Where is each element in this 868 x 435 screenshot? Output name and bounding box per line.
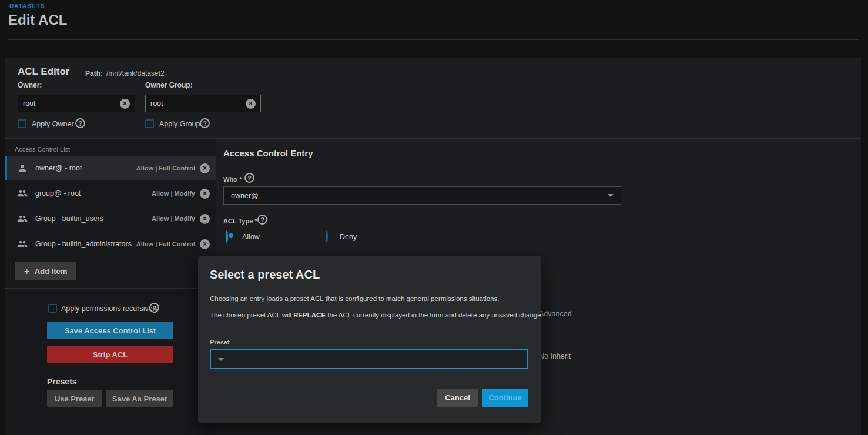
- acl-item-perms: Allow | Full Control: [136, 240, 195, 247]
- add-item-button[interactable]: + Add Item: [15, 262, 76, 280]
- dataset-path: Path:/mnt/tank/dataset2: [85, 69, 165, 78]
- acl-list-item[interactable]: Group - builtin_administrators Allow | F…: [5, 232, 216, 256]
- acl-list-item[interactable]: owner@ - root Allow | Full Control ×: [5, 156, 216, 180]
- list-actions-divider: [5, 288, 216, 289]
- allow-radio-label: Allow: [242, 233, 260, 241]
- save-as-preset-button[interactable]: Save As Preset: [106, 390, 173, 407]
- apply-group-help-icon[interactable]: ?: [200, 118, 210, 128]
- apply-recursively-help-icon[interactable]: ?: [149, 303, 159, 313]
- owner-group-label: Owner Group:: [145, 81, 193, 89]
- acl-type-label: ACL Type *: [223, 218, 257, 225]
- owner-clear-icon[interactable]: ×: [120, 99, 130, 109]
- owner-field-wrap: ×: [18, 95, 135, 112]
- plus-icon: +: [24, 266, 30, 277]
- chevron-down-icon: [218, 358, 224, 361]
- chevron-down-icon: [608, 194, 614, 197]
- use-preset-button[interactable]: Use Preset: [47, 390, 102, 407]
- owner-group-input[interactable]: [150, 99, 246, 108]
- who-help-icon[interactable]: ?: [244, 173, 254, 183]
- acl-item-perms: Allow | Modify: [152, 215, 195, 222]
- acl-item-perms: Allow | Modify: [152, 190, 195, 197]
- who-label: Who *: [223, 176, 242, 183]
- apply-owner-checkbox[interactable]: [18, 119, 26, 128]
- allow-radio[interactable]: [226, 230, 228, 243]
- acl-item-name: owner@ - root: [35, 164, 136, 172]
- delete-item-icon[interactable]: ×: [200, 189, 210, 199]
- acl-item-perms: Allow | Full Control: [136, 165, 195, 172]
- who-select[interactable]: owner@: [223, 186, 621, 205]
- owner-group-field-wrap: ×: [145, 95, 261, 112]
- presets-title: Presets: [47, 377, 77, 386]
- acl-type-help-icon[interactable]: ?: [257, 215, 267, 225]
- delete-item-icon[interactable]: ×: [200, 239, 210, 249]
- path-value: /mnt/tank/dataset2: [106, 69, 165, 78]
- acl-list-title: Access Control List: [15, 146, 70, 153]
- preset-select[interactable]: [210, 349, 528, 369]
- no-inherit-label: No Inherit: [539, 352, 571, 360]
- header-divider: [8, 39, 859, 40]
- strip-acl-button[interactable]: Strip ACL: [47, 346, 173, 363]
- acl-item-name: Group - builtin_administrators: [35, 240, 136, 248]
- apply-owner-label: Apply Owner: [32, 120, 74, 128]
- delete-item-icon[interactable]: ×: [200, 214, 210, 224]
- deny-radio[interactable]: [326, 230, 328, 243]
- save-acl-button[interactable]: Save Access Control List: [47, 322, 173, 339]
- page-title: Edit ACL: [8, 12, 67, 28]
- select-preset-acl-dialog: Select a preset ACL Choosing an entry lo…: [198, 256, 541, 423]
- cancel-button[interactable]: Cancel: [437, 389, 478, 407]
- acl-editor-title: ACL Editor: [18, 66, 69, 78]
- person-icon: [17, 163, 28, 173]
- delete-item-icon[interactable]: ×: [200, 163, 210, 173]
- owner-input[interactable]: [23, 99, 120, 108]
- breadcrumb-datasets-link[interactable]: DATASETS: [9, 3, 45, 9]
- apply-recursively-checkbox[interactable]: [48, 304, 57, 313]
- access-control-list-panel: Access Control List owner@ - root Allow …: [5, 139, 216, 435]
- path-label: Path:: [85, 69, 103, 78]
- who-select-value: owner@: [231, 192, 608, 200]
- advanced-label: Advanced: [539, 310, 572, 318]
- group-icon: [17, 239, 28, 249]
- ace-title: Access Control Entry: [223, 148, 313, 158]
- acl-list-item[interactable]: Group - builtin_users Allow | Modify ×: [5, 207, 216, 230]
- group-icon: [17, 213, 28, 224]
- preset-label: Preset: [210, 339, 230, 346]
- dialog-body-line2: The chosen preset ACL will REPLACE the A…: [210, 312, 541, 319]
- owner-group-clear-icon[interactable]: ×: [246, 99, 256, 109]
- continue-button[interactable]: Continue: [482, 389, 528, 407]
- dialog-body-line1: Choosing an entry loads a preset ACL tha…: [210, 295, 499, 302]
- apply-group-label: Apply Group: [159, 120, 200, 128]
- acl-list-item[interactable]: group@ - root Allow | Modify ×: [5, 182, 216, 205]
- dialog-title: Select a preset ACL: [210, 268, 320, 282]
- acl-item-name: group@ - root: [35, 189, 152, 198]
- owner-label: Owner:: [18, 81, 42, 89]
- acl-item-name: Group - builtin_users: [35, 215, 152, 223]
- apply-group-checkbox[interactable]: [145, 119, 154, 128]
- group-icon: [17, 188, 28, 199]
- apply-owner-help-icon[interactable]: ?: [75, 118, 85, 128]
- apply-recursively-label: Apply permissions recursively: [61, 304, 158, 313]
- deny-radio-label: Deny: [340, 233, 357, 241]
